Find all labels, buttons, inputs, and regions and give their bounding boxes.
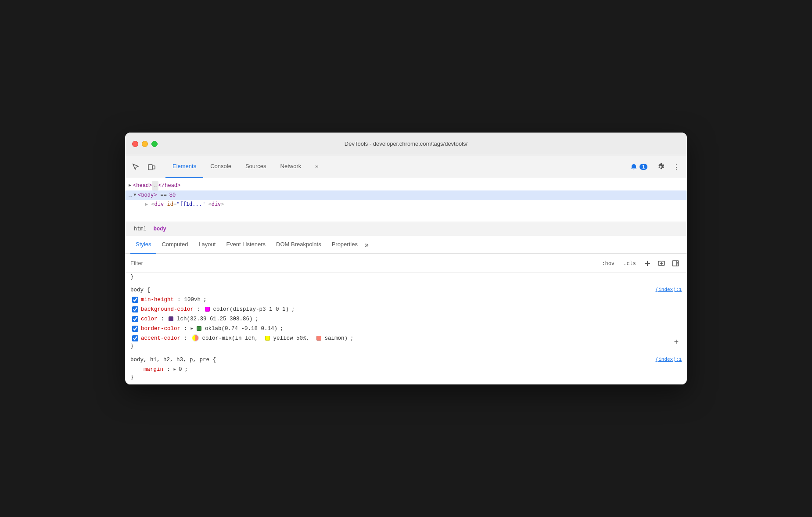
prop-checkbox-accent-color[interactable] <box>132 335 138 341</box>
css-prop-background-color: background-color: color(display-p3 1 0 1… <box>130 305 682 314</box>
dom-head-line[interactable]: ▶ <head> … </head> <box>129 181 683 190</box>
add-property-button[interactable]: + <box>671 337 682 348</box>
css-selector-body-headings[interactable]: body, h1, h2, h3, p, pre { <box>130 357 682 363</box>
element-state-toggle[interactable] <box>655 257 668 269</box>
dom-partial-line: ▶ <div id="ff1d..." <div> <box>129 200 683 208</box>
prop-checkbox-color[interactable] <box>132 316 138 322</box>
tabs-more-button[interactable]: » <box>365 241 369 249</box>
traffic-lights <box>132 141 158 147</box>
inspect-element-button[interactable] <box>129 160 143 174</box>
more-options-button[interactable]: ⋮ <box>669 160 683 174</box>
filter-bar: :hov .cls <box>125 254 687 273</box>
css-source-link-2[interactable]: (index):1 <box>656 357 682 362</box>
prop-checkbox-border-color[interactable] <box>132 326 138 332</box>
title-bar: DevTools - developer.chrome.com/tags/dev… <box>125 133 687 155</box>
css-prop-border-color: border-color: ▶ oklab(0.74 -0.18 0.14); <box>130 324 682 334</box>
notification-count: 1 <box>640 164 647 170</box>
border-color-expand[interactable]: ▶ <box>191 324 193 334</box>
tab-layout[interactable]: Layout <box>193 236 221 254</box>
filter-actions: :hov .cls <box>598 257 682 269</box>
tab-computed[interactable]: Computed <box>156 236 193 254</box>
devtools-topbar: Elements Console Sources Network » 1 <box>125 155 687 178</box>
tab-event-listeners[interactable]: Event Listeners <box>221 236 271 254</box>
tab-properties[interactable]: Properties <box>327 236 363 254</box>
svg-rect-1 <box>153 166 155 169</box>
devtools-main-tabs: Elements Console Sources Network » <box>165 155 625 178</box>
dom-body-line[interactable]: … ▼ <body> == $0 <box>125 190 687 200</box>
window-title: DevTools - developer.chrome.com/tags/dev… <box>345 140 467 147</box>
tab-sources[interactable]: Sources <box>238 155 273 178</box>
tab-network[interactable]: Network <box>273 155 309 178</box>
color-swatch[interactable] <box>169 316 173 321</box>
css-rules-panel: } (index):1 body { min-height: 100vh; ba… <box>125 273 687 384</box>
breadcrumb-body[interactable]: body <box>150 225 170 233</box>
prop-checkbox-min-height[interactable] <box>132 297 138 303</box>
close-button[interactable] <box>132 141 138 147</box>
hov-button[interactable]: :hov <box>598 259 618 267</box>
rule1-closing-brace: } <box>130 343 682 349</box>
border-color-swatch[interactable] <box>197 326 201 331</box>
tab-styles[interactable]: Styles <box>130 236 156 254</box>
cls-button[interactable]: .cls <box>620 259 640 267</box>
salmon-swatch[interactable] <box>316 336 321 341</box>
prop-checkbox-background-color[interactable] <box>132 306 138 312</box>
svg-rect-3 <box>672 261 679 266</box>
margin-expand[interactable]: ▶ <box>174 365 176 374</box>
svg-rect-0 <box>148 165 152 170</box>
filter-input[interactable] <box>130 260 595 266</box>
device-toolbar-button[interactable] <box>144 160 158 174</box>
css-selector-body[interactable]: body { <box>130 287 682 293</box>
rule2-closing-brace: } <box>130 374 682 381</box>
closing-brace-prev: } <box>125 273 687 284</box>
notification-button[interactable]: 1 <box>625 161 652 172</box>
tab-more[interactable]: » <box>308 155 325 178</box>
css-rule-body: (index):1 body { min-height: 100vh; back… <box>125 284 687 353</box>
css-prop-color: color: lch(32.39 61.25 308.86); <box>130 314 682 324</box>
styles-panel-tabs: Styles Computed Layout Event Listeners D… <box>125 236 687 254</box>
dom-tree-panel: ▶ <head> … </head> … ▼ <body> == $0 ▶ <d… <box>125 178 687 222</box>
body-expand-arrow[interactable]: ▼ <box>133 190 136 200</box>
sidebar-toggle-button[interactable] <box>669 257 682 269</box>
devtools-toolbar-icons <box>129 160 158 174</box>
tab-dom-breakpoints[interactable]: DOM Breakpoints <box>271 236 327 254</box>
settings-button[interactable] <box>654 160 668 174</box>
devtools-window: DevTools - developer.chrome.com/tags/dev… <box>125 133 687 384</box>
head-expand-arrow[interactable]: ▶ <box>129 181 131 190</box>
css-prop-accent-color: accent-color: color-mix(in lch, yellow 5… <box>130 334 682 343</box>
css-prop-min-height: min-height: 100vh; <box>130 295 682 305</box>
breadcrumb: html body <box>125 222 687 236</box>
head-ellipsis[interactable]: … <box>152 181 158 190</box>
yellow-swatch[interactable] <box>265 336 270 341</box>
tab-elements[interactable]: Elements <box>165 155 203 178</box>
add-style-rule-button[interactable] <box>641 257 654 269</box>
maximize-button[interactable] <box>151 141 158 147</box>
accent-color-mixed-swatch[interactable] <box>192 334 199 341</box>
tab-console[interactable]: Console <box>203 155 238 178</box>
background-color-swatch[interactable] <box>205 307 210 312</box>
devtools-right-controls: 1 ⋮ <box>625 160 683 174</box>
minimize-button[interactable] <box>142 141 148 147</box>
css-prop-margin: margin: ▶ 0; <box>130 365 682 374</box>
css-rule-body-headings: (index):1 body, h1, h2, h3, p, pre { mar… <box>125 353 687 384</box>
breadcrumb-html[interactable]: html <box>130 225 150 233</box>
css-source-link-1[interactable]: (index):1 <box>656 287 682 292</box>
